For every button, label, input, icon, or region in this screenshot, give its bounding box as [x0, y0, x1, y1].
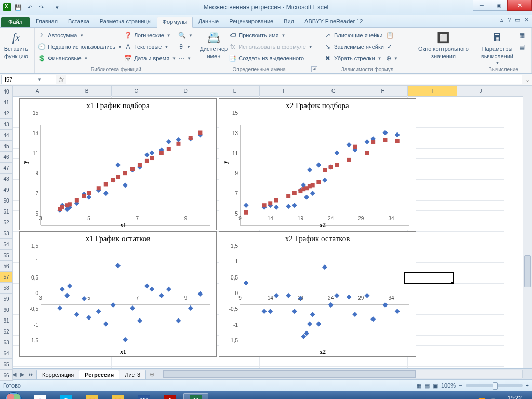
row-header[interactable]: 66 — [0, 370, 12, 381]
ribbon-item[interactable]: 🕘Недавно использовались▼ — [38, 42, 122, 52]
taskbar-app[interactable]: X — [183, 393, 208, 399]
ribbon-item[interactable]: ↘Зависимые ячейки — [324, 42, 384, 52]
sheet-tab[interactable]: Корреляция — [36, 370, 79, 379]
column-header[interactable]: H — [358, 86, 408, 96]
cell[interactable] — [457, 242, 504, 252]
row-header[interactable]: 63 — [0, 337, 12, 348]
close-button[interactable]: ✕ — [507, 0, 532, 11]
calc-options-button[interactable]: 🖩 Параметрывычислений ▼ — [478, 29, 516, 65]
taskbar-app[interactable]: S — [54, 393, 78, 399]
start-button[interactable] — [0, 391, 27, 399]
ribbon-item[interactable]: ✖Убрать стрелки▼ — [324, 53, 384, 63]
column-header[interactable]: J — [457, 86, 504, 96]
ribbon-item[interactable]: 📋 — [386, 30, 397, 41]
row-header[interactable]: 41 — [0, 97, 12, 108]
dialog-launcher-icon[interactable]: ◢ — [311, 66, 317, 72]
zoom-thumb[interactable] — [493, 382, 498, 390]
row-header[interactable]: 48 — [0, 174, 12, 184]
row-header[interactable]: 42 — [0, 108, 12, 119]
cell[interactable] — [457, 252, 504, 263]
row-header[interactable]: 64 — [0, 348, 12, 359]
chart-c1[interactable]: x1 График подбора3579579111315x1y — [19, 98, 217, 230]
column-headers[interactable]: ABCDEFGHIJ — [13, 86, 532, 97]
save-button[interactable]: 💾 — [14, 3, 23, 12]
column-header[interactable]: C — [112, 86, 161, 96]
ribbon-item[interactable]: 🏷Присвоить имя▼ — [229, 30, 312, 41]
row-header[interactable]: 46 — [0, 152, 12, 163]
tab-file[interactable]: Файл — [1, 17, 30, 27]
column-header[interactable]: A — [13, 86, 62, 96]
cell[interactable] — [457, 262, 504, 273]
column-header[interactable]: D — [161, 86, 210, 96]
view-pagebreak-icon[interactable]: ▣ — [433, 382, 438, 389]
cell[interactable] — [457, 210, 504, 221]
insert-function-button[interactable]: fx Вставитьфункцию — [3, 29, 29, 59]
mdi-restore-icon[interactable]: ▭ — [515, 17, 520, 23]
tab-рецензирование[interactable]: Рецензирование — [224, 17, 278, 27]
ribbon-minimize-icon[interactable]: ▵ — [500, 17, 503, 23]
taskbar-app[interactable]: A — [157, 393, 182, 399]
cell[interactable] — [457, 325, 504, 336]
zoom-slider[interactable] — [466, 384, 523, 387]
qat-customize[interactable]: ▾ — [52, 3, 62, 12]
worksheet-grid[interactable]: 4041424344454647484950515253545556575859… — [0, 86, 532, 368]
row-header[interactable]: 43 — [0, 119, 12, 130]
cell[interactable] — [457, 304, 504, 315]
row-header[interactable]: 65 — [0, 359, 12, 370]
row-header[interactable]: 44 — [0, 130, 12, 141]
tab-данные[interactable]: Данные — [193, 17, 224, 27]
chart-c4[interactable]: x2 График остатков91419242934-1,5-1-0,50… — [219, 231, 416, 357]
row-header[interactable]: 51 — [0, 206, 12, 217]
ribbon-item[interactable]: θ▼ — [178, 42, 191, 52]
row-header[interactable]: 57 — [0, 272, 12, 283]
chart-c3[interactable]: x1 График остатков3579-1,5-1-0,500,511,5… — [19, 231, 217, 357]
cell[interactable] — [457, 158, 504, 169]
fx-icon[interactable]: fx — [59, 76, 64, 83]
tab-формулы[interactable]: Формулы — [157, 17, 193, 28]
row-headers[interactable]: 4041424344454647484950515253545556575859… — [0, 86, 13, 381]
ribbon-item[interactable]: ↗Влияющие ячейки — [324, 30, 384, 41]
ribbon-item[interactable]: ⋯▼ — [178, 53, 191, 63]
new-sheet-button[interactable]: ⊕ — [145, 370, 158, 379]
horizontal-scrollbar[interactable] — [163, 370, 523, 378]
sheet-tab[interactable]: Лист3 — [119, 370, 146, 379]
taskbar-app[interactable]: ◉ — [28, 393, 52, 399]
tray-clock[interactable]: 19:2204.11.2015 — [500, 395, 529, 399]
tab-разметка-страницы[interactable]: Разметка страницы — [95, 17, 157, 27]
tab-главная[interactable]: Главная — [31, 17, 63, 27]
row-header[interactable]: 52 — [0, 217, 12, 228]
row-header[interactable]: 61 — [0, 315, 12, 326]
ribbon-item[interactable]: AТекстовые▼ — [124, 42, 176, 52]
cell[interactable] — [457, 148, 504, 159]
taskbar-app[interactable]: 📂 — [105, 393, 130, 399]
name-manager-button[interactable]: 📇 Диспетчеримен — [201, 29, 227, 63]
zoom-out-button[interactable]: − — [459, 382, 462, 389]
mdi-close-icon[interactable]: ✕ — [524, 17, 529, 23]
row-header[interactable]: 58 — [0, 283, 12, 294]
tab-вставка[interactable]: Вставка — [63, 17, 95, 27]
column-header[interactable]: G — [309, 86, 358, 96]
row-header[interactable]: 60 — [0, 304, 12, 315]
cell[interactable] — [457, 96, 504, 107]
zoom-in-button[interactable]: + — [526, 382, 529, 389]
ribbon-item[interactable]: 📑Создать из выделенного — [229, 53, 312, 63]
ribbon-item[interactable]: ΣАвтосумма▼ — [38, 30, 122, 41]
ribbon-item[interactable]: ▤ — [518, 42, 528, 52]
row-header[interactable]: 53 — [0, 228, 12, 239]
cell[interactable] — [457, 221, 504, 232]
formula-input[interactable] — [66, 75, 522, 84]
minimize-button[interactable]: ─ — [473, 0, 490, 11]
ribbon-item[interactable]: fxИспользовать в формуле▼ — [229, 42, 312, 52]
cell[interactable] — [457, 356, 504, 367]
cell[interactable] — [457, 231, 504, 242]
expand-formula-icon[interactable]: ⌄ — [523, 74, 532, 85]
view-normal-icon[interactable]: ▦ — [416, 382, 421, 389]
cell[interactable] — [457, 127, 504, 138]
column-header[interactable]: E — [210, 86, 260, 96]
cell[interactable] — [457, 314, 504, 325]
cell[interactable] — [457, 366, 504, 368]
view-layout-icon[interactable]: ▤ — [424, 382, 430, 389]
cell[interactable] — [457, 200, 504, 211]
row-header[interactable]: 49 — [0, 184, 12, 195]
redo-button[interactable]: ↷ — [36, 3, 46, 12]
